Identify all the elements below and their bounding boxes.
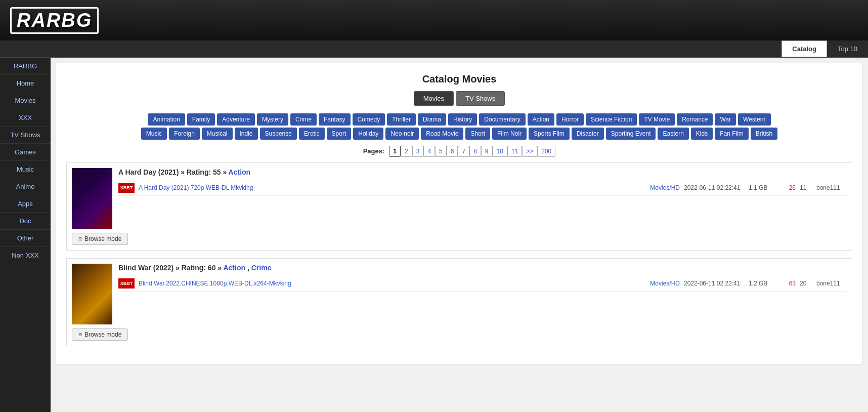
- sidebar-item-home[interactable]: Home: [0, 75, 51, 92]
- sidebar-item-games[interactable]: Games: [0, 144, 51, 161]
- page-link-9[interactable]: 9: [481, 146, 493, 157]
- genre-btn-tv-movie[interactable]: TV Movie: [639, 113, 675, 126]
- movie-info: A Hard Day (2021) » Rating: 55 » Action …: [118, 168, 847, 196]
- page-link-11[interactable]: 11: [507, 146, 522, 157]
- genre-btn-sport[interactable]: Sport: [327, 128, 352, 140]
- genre-btn-western[interactable]: Western: [738, 113, 770, 126]
- page-link-2[interactable]: 2: [401, 146, 412, 157]
- page-link-200[interactable]: 200: [537, 146, 555, 157]
- page-link-4[interactable]: 4: [423, 146, 435, 157]
- genre-btn-british[interactable]: British: [751, 128, 777, 140]
- toggle-tvshows[interactable]: TV Shows: [456, 91, 505, 106]
- genre-btn-neo-noir[interactable]: Neo-noir: [385, 128, 419, 140]
- genre-row-1: AnimationFamilyAdventureMysteryCrimeFant…: [66, 113, 852, 126]
- torrent-leeches: 11: [800, 184, 812, 191]
- genre-btn-animation[interactable]: Animation: [148, 113, 185, 126]
- genre-btn-film-noir[interactable]: Film Noir: [492, 128, 527, 140]
- torrent-user: bone111: [816, 184, 847, 191]
- genre-btn-music[interactable]: Music: [141, 128, 167, 140]
- genre-btn-documentary[interactable]: Documentary: [479, 113, 525, 126]
- tab-top10[interactable]: Top 10: [827, 40, 868, 57]
- torrent-size: 1.2 GB: [749, 280, 779, 287]
- site-logo[interactable]: RARBG: [10, 7, 99, 34]
- page-link-1[interactable]: 1: [389, 146, 401, 157]
- genre-btn-crime[interactable]: Crime: [290, 113, 317, 126]
- movie-title-row: A Hard Day (2021) » Rating: 55 » Action: [118, 168, 847, 176]
- genre-btn-short[interactable]: Short: [465, 128, 490, 140]
- movie-title: A Hard Day (2021): [118, 168, 179, 176]
- page-link-5[interactable]: 5: [435, 146, 447, 157]
- genre-btn-foreign[interactable]: Foreign: [169, 128, 200, 140]
- page-links: 1234567891011>>200: [389, 147, 555, 155]
- torrent-date: 2022-06-11 02:22:41: [684, 280, 745, 287]
- torrent-category-link[interactable]: Movies/HD: [639, 280, 680, 287]
- browse-mode-button[interactable]: ≡ Browse mode: [72, 233, 128, 245]
- movie-title-row: Blind War (2022) » Rating: 60 » Action ,…: [118, 264, 847, 272]
- genre-btn-drama[interactable]: Drama: [418, 113, 446, 126]
- page-link-6[interactable]: 6: [447, 146, 458, 157]
- genre-btn-road-movie[interactable]: Road Movie: [421, 128, 463, 140]
- movie-poster: [72, 168, 112, 229]
- genre-btn-mystery[interactable]: Mystery: [257, 113, 288, 126]
- sidebar-item-music[interactable]: Music: [0, 161, 51, 178]
- movie-header: A Hard Day (2021) » Rating: 55 » Action …: [72, 168, 847, 229]
- movie-rating: » Rating: 55 »: [181, 168, 228, 176]
- sidebar-item-apps[interactable]: Apps: [0, 195, 51, 213]
- sidebar-item-xxx[interactable]: XXX: [0, 109, 51, 127]
- browse-mode-button[interactable]: ≡ Browse mode: [72, 328, 128, 341]
- movie-genre-link[interactable]: Action: [229, 168, 251, 176]
- sidebar-item-tvshows[interactable]: TV Shows: [0, 127, 51, 144]
- torrent-category-link[interactable]: Movies/HD: [639, 184, 680, 191]
- tab-catalog[interactable]: Catalog: [782, 40, 827, 57]
- genre-btn-adventure[interactable]: Adventure: [217, 113, 255, 126]
- genre-btn-comedy[interactable]: Comedy: [353, 113, 385, 126]
- genre-btn-suspense[interactable]: Suspense: [260, 128, 297, 140]
- sidebar-item-nonxxx[interactable]: Non XXX: [0, 247, 51, 264]
- list-icon: ≡: [78, 235, 82, 242]
- genre-filter-area: AnimationFamilyAdventureMysteryCrimeFant…: [66, 113, 852, 140]
- sidebar-item-doc[interactable]: Doc: [0, 213, 51, 230]
- torrent-seeds: 63: [783, 280, 796, 287]
- sidebar-item-movies[interactable]: Movies: [0, 92, 51, 109]
- genre-btn-history[interactable]: History: [448, 113, 477, 126]
- genre-btn-disaster[interactable]: Disaster: [572, 128, 604, 140]
- catalog-title: Catalog Movies: [66, 73, 852, 85]
- genre-btn-action[interactable]: Action: [528, 113, 554, 126]
- genre-btn-fan-film[interactable]: Fan Film: [715, 128, 749, 140]
- movie-genre-link[interactable]: Crime: [251, 264, 272, 272]
- sidebar: RARBG Home Movies XXX TV Shows Games Mus…: [0, 58, 51, 412]
- genre-btn-horror[interactable]: Horror: [556, 113, 584, 126]
- torrent-name-link[interactable]: Blind.War.2022.CHINESE.1080p.WEB-DL.x264…: [139, 280, 635, 287]
- genre-btn-thriller[interactable]: Thriller: [387, 113, 416, 126]
- page-link-8[interactable]: 8: [469, 146, 481, 157]
- genre-btn-eastern[interactable]: Eastern: [658, 128, 688, 140]
- movie-poster: [72, 264, 112, 324]
- genre-btn-kids[interactable]: Kids: [691, 128, 713, 140]
- genre-btn-war[interactable]: War: [715, 113, 736, 126]
- content-area: Catalog Movies Movies TV Shows Animation…: [56, 63, 863, 364]
- genre-btn-musical[interactable]: Musical: [202, 128, 233, 140]
- torrent-name-link[interactable]: A Hard Day (2021) 720p WEB-DL Mkvking: [139, 184, 635, 191]
- movie-genre-link[interactable]: Action: [223, 264, 245, 272]
- genre-btn-science-fiction[interactable]: Science Fiction: [586, 113, 637, 126]
- sidebar-item-rarbg[interactable]: RARBG: [0, 58, 51, 75]
- torrent-row: XBBT Blind.War.2022.CHINESE.1080p.WEB-DL…: [118, 276, 847, 292]
- genre-btn-fantasy[interactable]: Fantasy: [319, 113, 351, 126]
- movies-list: A Hard Day (2021) » Rating: 55 » Action …: [66, 162, 852, 346]
- genre-btn-erotic[interactable]: Erotic: [299, 128, 325, 140]
- page-link-10[interactable]: 10: [493, 146, 507, 157]
- torrent-user: bone111: [816, 280, 847, 287]
- page-link->>[interactable]: >>: [522, 146, 537, 157]
- toggle-movies[interactable]: Movies: [414, 91, 454, 106]
- genre-btn-family[interactable]: Family: [187, 113, 215, 126]
- genre-btn-holiday[interactable]: Holiday: [353, 128, 383, 140]
- genre-btn-sporting-event[interactable]: Sporting Event: [606, 128, 656, 140]
- content-toggle: Movies TV Shows: [66, 91, 852, 106]
- genre-btn-romance[interactable]: Romance: [677, 113, 713, 126]
- sidebar-item-anime[interactable]: Anime: [0, 178, 51, 195]
- genre-btn-indie[interactable]: Indie: [235, 128, 258, 140]
- sidebar-item-other[interactable]: Other: [0, 230, 51, 247]
- page-link-3[interactable]: 3: [412, 146, 424, 157]
- page-link-7[interactable]: 7: [458, 146, 469, 157]
- genre-btn-sports-film[interactable]: Sports Film: [529, 128, 570, 140]
